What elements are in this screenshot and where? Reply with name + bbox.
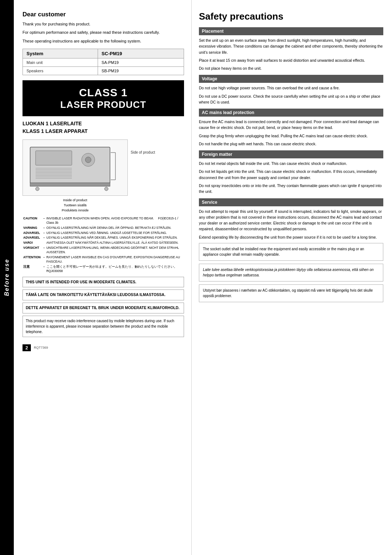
svg-point-12 [36,187,39,191]
socket-no-text: Utstyret bør plasseres i nærheten av AC-… [203,288,373,298]
dear-customer-p3: These operating instructions are applica… [23,38,184,44]
ac-mains-header: AC mains lead protection [199,109,383,117]
socket-box-no: Utstyret bør plasseres i nærheten av AC-… [199,284,383,302]
right-column: Safety precautions Placement Set the uni… [192,0,392,555]
foreign-matter-header: Foreign matter [199,150,383,158]
voltage-p1: Do not use high voltage power sources. T… [199,85,383,91]
placement-p3: Do not place heavy items on the unit. [199,65,383,71]
dear-customer-p2: For optimum performance and safety, plea… [23,29,184,36]
caution-dash: – [42,231,46,236]
notice3-text: DETTE APPARATET ER BEREGNET TIL BRUK UND… [26,305,180,310]
caution-row: 注意 – ここを開くと不可視レーザー光が出ます。ビームを見たり、触れたりしないで… [23,264,184,274]
service-header: Service [199,198,383,206]
svg-rect-15 [30,183,110,186]
rqt-code: RQT7369 [34,346,48,349]
luokan-line2: KLASS 1 LASER APPARAT [23,127,184,135]
caution-text: RAYONNEMENT LASER INVISIBLE EN CAS D'OUV… [46,255,184,264]
socket-box-fi: Laite tulee asettaa lähelle verkkopistor… [199,264,383,281]
notice-tama: TÄMÄ LAITE ON TARKOITETTU KÄYTETTÄVÄKSI … [23,289,184,300]
device-illustration: Inside of productTuotteen sisälläProdukt… [23,139,128,213]
dear-customer-title: Dear customer [23,11,184,18]
caution-text: INVISIBLE LASER RADIATION WHEN OPEN. AVO… [46,216,184,226]
device-svg [23,139,128,196]
row1-label: Main unit [23,58,98,66]
sidebar-before-use: Before use [0,0,14,555]
caution-row: ADVARSEL – USYNLIG LASERSTRÅLING NÅR DEK… [23,235,184,240]
caution-row: VARO! AVATTAESSA OLET NÄKYMÄTÖNTÄ ALTIIN… [23,240,184,246]
caution-label: ATTENTION [23,255,42,264]
luokan-block: LUOKAN 1 LASERLAITE KLASS 1 LASER APPARA… [23,120,184,135]
table-row: Main unit SA-PM19 [23,58,184,66]
system-col2: SC-PM19 [98,49,184,58]
page-number: 2 [23,344,31,351]
caution-dash: – [42,226,46,231]
socket-fi-text: Laite tulee asettaa lähelle verkkopistor… [203,268,373,278]
caution-text: USYNLIG LASERSTRÅLNING VED ÅBNING. UNDGÅ… [46,231,184,236]
ac-mains-p1: Ensure the AC mains lead is connected co… [199,119,383,131]
caution-text: USYNLIG LASERSTRÅLING NÅR DEKSEL ÅPNES. … [46,235,184,240]
side-of-product-label: Side of product [131,150,155,154]
caution-dash: – [42,246,46,255]
caution-row: VARNING – OSYNLIG LASERSTRÅLNING NÄR DEN… [23,226,184,231]
foreign-matter-p2: Do not let liquids get into the unit. Th… [199,169,383,181]
caution-label: ADVARSEL [23,235,42,240]
product-diagram: Inside of productTuotteen sisälläProdukt… [23,139,184,213]
foreign-matter-p1: Do not let metal objects fall inside the… [199,161,383,166]
radio-notice: This product may receive radio interfere… [23,316,184,337]
caution-row: VORSICHT – UNSICHTBARE LASERSTRAHLUNG, W… [23,246,184,255]
row1-value: SA-PM19 [98,58,184,66]
dear-customer-p1: Thank you for purchasing this product. [23,21,184,27]
svg-point-13 [105,187,108,191]
voltage-header: Voltage [199,75,383,83]
page: Before use Dear customer Thank you for p… [0,0,392,555]
placement-p1: Set the unit up on an even surface away … [199,37,383,55]
page-number-block: 2 RQT7369 [23,344,184,351]
caution-text: UNSICHTBARE LASERSTRAHLUNG, WENN ABDECKU… [46,246,184,255]
service-p2: Extend operating life by disconnecting t… [199,234,383,240]
voltage-p2: Do not use a DC power source. Check the … [199,93,383,105]
system-table: System SC-PM19 Main unit SA-PM19 Speaker… [23,49,184,75]
caution-text: ここを開くと不可視レーザー光が出ます。ビームを見たり、触れたりしないでください。… [46,264,184,274]
system-col1: System [23,49,98,58]
placement-header: Placement [199,27,383,35]
caution-text: OSYNLIG LASERSTRÅLNING NÄR DENNA DEL ÄR … [46,226,184,231]
content-area: Dear customer Thank you for purchasing t… [14,0,392,555]
row2-label: Speakers [23,66,98,75]
caution-text: AVATTAESSA OLET NÄKYMÄTÖNTÄ ALTIINA LASE… [46,240,184,246]
row2-value: SB-PM19 [98,66,184,75]
notice-moderate-climate: THIS UNIT IS INTENDED FOR USE IN MODERAT… [23,277,184,288]
placement-p2: Place it at least 15 cm away from wall s… [199,57,383,63]
notice-dette: DETTE APPARATET ER BEREGNET TIL BRUK UND… [23,303,184,313]
caution-dash: – [42,255,46,264]
inside-label: Inside of productTuotteen sisälläProdukt… [23,198,128,213]
svg-point-11 [85,157,91,163]
socket-en-text: The socket outlet shall be installed nea… [203,247,364,257]
laser-product-line: LASER PRODUCT [27,99,180,110]
notice2-text: TÄMÄ LAITE ON TARKOITETTU KÄYTETTÄVÄKSI … [26,292,166,297]
caution-label: ADVARSEL [23,231,42,236]
caution-label: CAUTION [23,216,42,226]
socket-box-en: The socket outlet shall be installed nea… [199,243,383,261]
caution-label: 注意 [23,264,42,274]
safety-title: Safety precautions [199,11,383,22]
notice1-text: THIS UNIT IS INTENDED FOR USE IN MODERAT… [26,280,136,284]
svg-rect-1 [36,151,72,165]
caution-dash: – [42,264,46,274]
ac-mains-p2: Grasp the plug firmly when unplugging th… [199,133,383,139]
radio-notice-text: This product may receive radio interfere… [26,319,174,334]
caution-row: ADVARSEL – USYNLIG LASERSTRÅLNING VED ÅB… [23,231,184,236]
caution-row: ATTENTION – RAYONNEMENT LASER INVISIBLE … [23,255,184,264]
sidebar-label: Before use [4,259,10,296]
caution-row: CAUTION – INVISIBLE LASER RADIATION WHEN… [23,216,184,226]
table-row: Speakers SB-PM19 [23,66,184,75]
caution-label: VARNING [23,226,42,231]
caution-label: VARO! [23,240,42,246]
caution-dash [42,240,46,246]
caution-label: VORSICHT [23,246,42,255]
laser-product-box: CLASS 1 LASER PRODUCT [23,80,184,116]
laser-class-line: CLASS 1 [27,86,180,99]
luokan-line1: LUOKAN 1 LASERLAITE [23,120,184,127]
caution-table: CAUTION – INVISIBLE LASER RADIATION WHEN… [23,216,184,274]
caution-dash: – [42,216,46,226]
ac-mains-p3: Do not handle the plug with wet hands. T… [199,141,383,147]
